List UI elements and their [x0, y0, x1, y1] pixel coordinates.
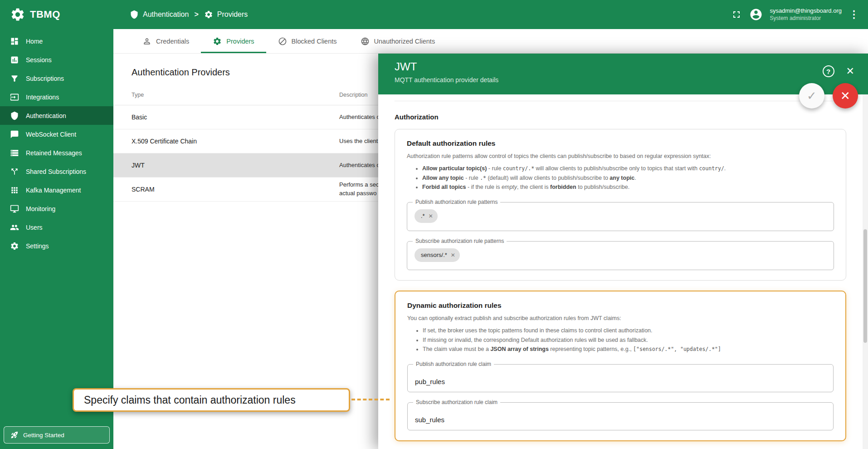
getting-started-button[interactable]: Getting Started [4, 426, 110, 444]
bullet-item: Forbid all topics - if the rule is empty… [422, 183, 834, 192]
default-rules-card: Default authorization rules Authorizatio… [395, 129, 846, 281]
fullscreen-button[interactable] [731, 9, 742, 20]
sidebar: Home Sessions Subscriptions Integrations… [0, 29, 113, 449]
breadcrumb-item-providers[interactable]: Providers [204, 10, 248, 19]
sidebar-item-retained-messages[interactable]: Retained Messages [0, 143, 113, 162]
breadcrumb-separator: > [194, 10, 198, 19]
section-title-authorization: Authorization [395, 113, 846, 121]
cell-type: Basic [113, 113, 339, 121]
apps-icon [10, 186, 19, 195]
subscribe-patterns-field[interactable]: Subscribe authorization rule patterns se… [407, 241, 834, 270]
tab-bar: Credentials Providers Blocked Clients Un… [113, 29, 868, 54]
rule-chip-label: .* [421, 212, 425, 219]
more-button[interactable]: ⋮ [849, 9, 859, 20]
people-icon [10, 223, 19, 232]
tab-blocked-clients[interactable]: Blocked Clients [266, 29, 349, 53]
monitor-icon [10, 204, 19, 213]
bullet-item: If set, the broker uses the topic patter… [423, 326, 834, 336]
shield-icon [10, 111, 19, 120]
rule-chip[interactable]: .*✕ [414, 209, 438, 223]
tab-providers[interactable]: Providers [201, 29, 266, 53]
globe-icon [361, 37, 370, 46]
subscribe-claim-field: Subscribe authorization rule claim [407, 402, 834, 430]
sidebar-item-websocket-client[interactable]: WebSocket Client [0, 125, 113, 143]
card-title: Default authorization rules [407, 139, 834, 148]
drawer-title: JWT [395, 60, 868, 73]
card-intro: Authorization rule patterns allow contro… [407, 153, 834, 159]
sidebar-item-monitoring[interactable]: Monitoring [0, 199, 113, 218]
drawer-body: Authorization Default authorization rule… [378, 94, 863, 449]
block-icon [278, 37, 287, 46]
breadcrumb-item-authentication[interactable]: Authentication [130, 10, 189, 19]
scrollbar-thumb[interactable] [863, 229, 867, 343]
drawer-subtitle: MQTT authentication provider details [395, 76, 868, 84]
tab-unauthorized-clients[interactable]: Unauthorized Clients [349, 29, 447, 53]
hint-callout-text: Specify claims that contain authorizatio… [84, 394, 296, 406]
help-button[interactable]: ? [823, 65, 834, 77]
user-meta: sysadmin@thingsboard.org System administ… [770, 7, 842, 22]
publish-claim-field: Publish authorization rule claim [407, 364, 834, 392]
close-icon: ✕ [846, 65, 854, 77]
cell-type: JWT [113, 162, 339, 169]
cancel-fab[interactable]: ✕ [833, 83, 858, 109]
input-icon [10, 93, 19, 102]
dynamic-rules-card: Dynamic authorization rules You can opti… [395, 291, 846, 441]
person-badge-icon [142, 37, 151, 46]
sidebar-item-shared-subscriptions[interactable]: Shared Subscriptions [0, 162, 113, 181]
tab-credentials[interactable]: Credentials [131, 29, 201, 53]
chip-remove-icon[interactable]: ✕ [429, 213, 433, 219]
filter-icon [10, 74, 19, 83]
publish-claim-input[interactable] [408, 365, 833, 392]
card-intro: You can optionally extract publish and s… [407, 315, 834, 321]
account-circle-icon [749, 8, 763, 21]
chart-icon [10, 55, 19, 64]
tbmq-logo[interactable]: TBMQ [0, 7, 113, 22]
save-fab[interactable]: ✓ [799, 83, 824, 109]
chip-remove-icon[interactable]: ✕ [451, 252, 455, 258]
details-drawer: JWT MQTT authentication provider details… [378, 54, 868, 449]
sidebar-item-authentication[interactable]: Authentication [0, 106, 113, 125]
subscribe-claim-input[interactable] [408, 403, 833, 430]
bullet-item: Allow particular topic(s) - rule country… [422, 164, 834, 173]
avatar[interactable] [749, 8, 763, 21]
logo-text: TBMQ [30, 9, 60, 20]
user-email: sysadmin@thingsboard.org [770, 7, 842, 15]
sidebar-item-subscriptions[interactable]: Subscriptions [0, 69, 113, 88]
field-label: Publish authorization rule patterns [413, 199, 500, 205]
sidebar-item-integrations[interactable]: Integrations [0, 88, 113, 106]
top-bar: TBMQ Authentication > Providers [0, 0, 868, 29]
rules-bullet-list: If set, the broker uses the topic patter… [407, 326, 834, 354]
gear-icon [10, 242, 19, 251]
help-icon: ? [826, 68, 830, 75]
breadcrumb: Authentication > Providers [130, 10, 248, 19]
bullet-item: Allow any topic - rule .* (default) will… [422, 173, 834, 183]
fullscreen-icon [731, 9, 742, 20]
sidebar-item-users[interactable]: Users [0, 218, 113, 237]
check-icon: ✓ [807, 89, 817, 103]
storage-icon [10, 148, 19, 158]
sidebar-item-sessions[interactable]: Sessions [0, 50, 113, 69]
rule-chip[interactable]: sensors/.*✕ [414, 248, 460, 262]
cell-type: X.509 Certificate Chain [113, 138, 339, 145]
sidebar-item-settings[interactable]: Settings [0, 237, 113, 255]
callout-connector [351, 399, 390, 400]
card-title: Dynamic authorization rules [407, 301, 834, 310]
chip-list: sensors/.*✕ [407, 242, 834, 269]
rocket-icon [10, 431, 19, 439]
close-button[interactable]: ✕ [846, 65, 854, 77]
hint-callout: Specify claims that contain authorizatio… [73, 388, 350, 412]
publish-patterns-field[interactable]: Publish authorization rule patterns .*✕ [407, 202, 834, 231]
sidebar-item-home[interactable]: Home [0, 32, 113, 50]
column-header-type[interactable]: Type [113, 92, 339, 98]
gear-icon [213, 37, 222, 46]
top-bar-actions: sysadmin@thingsboard.org System administ… [731, 7, 868, 22]
more-vert-icon: ⋮ [849, 9, 859, 20]
drawer-scrollbar[interactable] [863, 94, 868, 449]
breadcrumb-label: Providers [217, 10, 248, 19]
split-icon [10, 167, 19, 176]
cell-type: SCRAM [113, 186, 339, 193]
divider [395, 101, 846, 101]
field-label: Subscribe authorization rule patterns [413, 238, 507, 244]
sidebar-item-kafka-management[interactable]: Kafka Management [0, 181, 113, 199]
rule-chip-label: sensors/.* [421, 252, 447, 258]
